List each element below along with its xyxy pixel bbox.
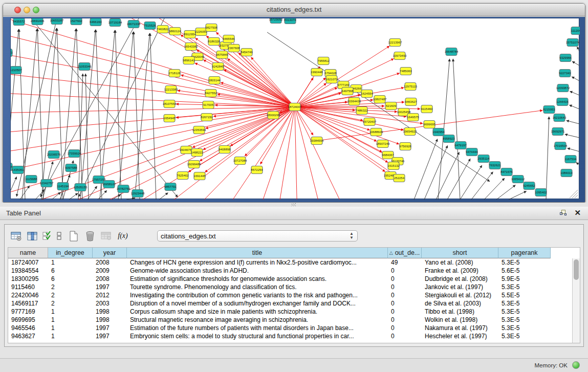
graph-node-teal[interactable]: 2053123 — [11, 49, 13, 57]
table-cell[interactable]: 5.3E-5 — [498, 258, 551, 267]
graph-node-yellow[interactable]: 12353594 — [192, 126, 206, 134]
merge-rows-icon[interactable] — [55, 229, 64, 243]
table-cell[interactable]: 5.3E-5 — [498, 324, 551, 332]
table-cell[interactable]: 9115460 — [8, 283, 48, 291]
graph-node-teal[interactable]: 20691406 — [31, 18, 45, 25]
graph-node-teal[interactable]: 17359924 — [68, 150, 81, 158]
vertical-scrollbar[interactable] — [572, 258, 580, 343]
graph-node-yellow[interactable]: 7485063 — [400, 68, 412, 75]
table-cell[interactable]: 1998 — [93, 316, 127, 324]
network-table-select[interactable]: citations_edges.txt ▲▼ — [157, 230, 358, 242]
column-header-pagerank[interactable]: pagerank — [498, 248, 551, 258]
graph-node-yellow[interactable]: 2367608 — [228, 45, 240, 52]
graph-node-teal[interactable]: 1095402 — [535, 189, 547, 196]
table-cell[interactable]: Changes of HCN gene expression and I(f) … — [127, 258, 388, 267]
graph-node-teal[interactable]: 2935114 — [478, 155, 490, 163]
table-cell[interactable]: Corpus callosum shape and size in male p… — [127, 308, 388, 316]
graph-node-teal[interactable]: 1115688 — [26, 176, 37, 183]
table-cell[interactable]: Estimation of significance thresholds fo… — [127, 275, 388, 283]
table-cell[interactable]: Estimation of the future numbers of pati… — [127, 324, 388, 332]
table-cell[interactable]: Nakamura et al. (1997) — [422, 324, 498, 332]
table-cell[interactable]: 1997 — [93, 332, 127, 340]
table-cell[interactable]: 5.3E-5 — [498, 283, 551, 291]
graph-node-teal[interactable]: 1210507 — [11, 67, 22, 74]
table-row[interactable]: 969969511998Structural magnetic resonanc… — [8, 316, 551, 324]
graph-node-teal[interactable]: 12093872 — [556, 84, 570, 92]
graph-node-yellow[interactable]: 1990448 — [311, 69, 323, 76]
graph-node-yellow[interactable]: 9408898 — [219, 146, 231, 154]
table-cell[interactable]: 6 — [48, 267, 93, 275]
table-cell[interactable]: 14569117 — [8, 299, 48, 308]
graph-node-yellow[interactable]: 1498222 — [191, 149, 203, 157]
graph-node-yellow[interactable]: 252254 — [394, 174, 405, 182]
table-cell[interactable]: Dudbridge et al. (2008) — [422, 275, 498, 283]
table-cell[interactable]: 9777169 — [8, 308, 48, 316]
table-row[interactable]: 977716911998Corpus callosum shape and si… — [8, 308, 551, 316]
graph-node-teal[interactable]: 8215953 — [543, 106, 555, 114]
close-icon[interactable]: ✕ — [574, 208, 581, 217]
graph-node-teal[interactable]: 15751074 — [566, 39, 580, 47]
table-cell[interactable]: 0 — [388, 275, 422, 283]
graph-node-yellow[interactable]: 1624554 — [361, 90, 373, 98]
table-row[interactable]: 946362711997Embryonic stem cells: a mode… — [8, 332, 551, 340]
graph-node-teal[interactable]: 6466160 — [90, 18, 102, 26]
graph-node-teal[interactable]: 21053346 — [78, 63, 92, 71]
column-header-short[interactable]: short — [422, 248, 498, 258]
table-cell[interactable]: 2009 — [93, 267, 127, 275]
graph-node-yellow[interactable]: 7463822 — [157, 26, 169, 33]
table-cell[interactable]: 5.3E-5 — [498, 332, 551, 340]
table-cell[interactable]: 1 — [48, 324, 93, 332]
table-cell[interactable]: 2 — [48, 283, 93, 291]
graph-node-yellow[interactable]: 16543382 — [184, 43, 198, 51]
table-cell[interactable]: 1997 — [93, 283, 127, 291]
graph-node-yellow[interactable]: 621609 — [385, 102, 397, 110]
select-rows-icon[interactable] — [42, 229, 52, 243]
table-cell[interactable]: Hescheler et al. (1997) — [422, 332, 498, 340]
graph-node-teal[interactable]: 10653287 — [50, 18, 64, 25]
column-header-out_de[interactable]: △out_de... — [388, 248, 422, 258]
table-cell[interactable]: 0 — [388, 324, 422, 332]
table-cell[interactable]: Investigating the contribution of common… — [127, 291, 388, 299]
graph-node-teal[interactable]: 16210643 — [553, 114, 567, 122]
table-row[interactable]: 911546021997Tourette syndrome. Phenomeno… — [8, 283, 551, 291]
graph-node-teal[interactable]: 15692971 — [551, 128, 565, 136]
graph-node-teal[interactable]: 20206576 — [47, 151, 61, 159]
graph-node-teal[interactable]: 1112045 — [571, 27, 580, 35]
graph-node-yellow[interactable]: 8186328 — [208, 38, 220, 46]
table-cell[interactable]: 6 — [48, 275, 93, 283]
table-cell[interactable]: Yano et al. (2008) — [422, 258, 498, 267]
graph-node-yellow[interactable]: 9896141 — [183, 57, 195, 64]
graph-node-teal[interactable]: 9227343 — [559, 70, 571, 77]
table-cell[interactable]: 0 — [388, 299, 422, 308]
column-header-name[interactable]: name — [8, 248, 48, 258]
graph-node-yellow[interactable]: 917005 — [203, 101, 214, 109]
table-cell[interactable]: 18300295 — [8, 275, 48, 283]
table-cell[interactable]: Structural magnetic resonance image aver… — [127, 316, 388, 324]
graph-node-teal[interactable]: 10654112 — [511, 176, 525, 183]
graph-node-yellow[interactable]: 12213383 — [164, 86, 178, 94]
table-cell[interactable]: 1998 — [93, 308, 127, 316]
table-cell[interactable]: 1 — [48, 316, 93, 324]
table-cell[interactable]: 1997 — [93, 324, 127, 332]
graph-node-teal[interactable]: 12923448 — [131, 190, 145, 198]
graph-node-yellow[interactable]: 19654923 — [403, 128, 417, 136]
graph-node-yellow[interactable]: 20364436 — [347, 98, 361, 105]
table-row[interactable]: 1872400712008Changes of HCN gene express… — [8, 258, 551, 267]
graph-node-yellow[interactable]: 10688609 — [369, 128, 383, 136]
delete-icon[interactable] — [83, 229, 97, 243]
graph-node-yellow[interactable]: 12975115 — [404, 83, 418, 91]
table-cell[interactable]: 49 — [388, 258, 422, 267]
graph-node-yellow[interactable]: 16099489 — [187, 161, 201, 168]
table-cell[interactable]: 1 — [48, 308, 93, 316]
network-canvas[interactable]: 8435572206914061065328715276026466160107… — [10, 18, 579, 199]
table-cell[interactable]: 22420046 — [8, 291, 48, 299]
graph-node-yellow[interactable]: 10727084 — [233, 157, 247, 165]
graph-node-teal[interactable]: 1167534 — [565, 156, 577, 163]
table-cell[interactable]: Stergiakouli et al. (2012) — [422, 291, 498, 299]
table-cell[interactable]: 0 — [388, 308, 422, 316]
graph-node-yellow[interactable]: 8912954 — [184, 31, 196, 38]
table-row[interactable]: 1938455462009Genome-wide association stu… — [8, 267, 551, 275]
graph-node-teal[interactable]: 9329966 — [559, 54, 572, 62]
table-cell[interactable]: 1 — [48, 258, 93, 267]
table-cell[interactable]: Wolkin et al. (1998) — [422, 316, 498, 324]
